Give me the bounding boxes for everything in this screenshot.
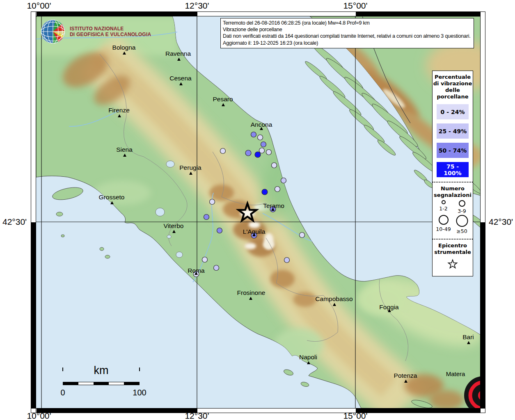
intensity-point [262, 189, 268, 195]
frame-top [31, 11, 485, 16]
city-label: Cesena [169, 75, 192, 82]
event-info-line: Aggiornato il: 19-12-2025 16:23 (ora loc… [223, 40, 472, 46]
legend-size-item: 10-49 [434, 214, 453, 234]
legend-size-item: ≥50 [453, 214, 471, 234]
axis-tick-label: 15°00' [343, 1, 367, 11]
scale-segment [94, 382, 109, 385]
city-label: Pesaro [213, 96, 233, 103]
legend-size-item: 3-9 [453, 199, 471, 214]
ingv-globe-icon [40, 19, 66, 44]
axis-left-label: 42°30' [2, 217, 27, 227]
intensity-point [275, 187, 280, 192]
legend-class-swatch: 0 - 24% [437, 104, 469, 119]
city-label: Napoli [299, 354, 317, 361]
intensity-point [210, 199, 215, 205]
legend-panel: Percentuale di vibrazione delle porcella… [432, 71, 473, 276]
legend-size-label: 3-9 [458, 208, 466, 214]
city-label: Foggia [379, 304, 399, 310]
city-label: Campobasso [315, 295, 352, 302]
city-label: Potenza [394, 372, 417, 379]
axis-tick-label: 10°00' [27, 1, 51, 11]
intensity-point [217, 228, 222, 233]
scale-segment [63, 382, 78, 385]
axis-tick-label: 12°30' [185, 1, 209, 11]
haisentitoilterremoto-logo: ? haisentitoilterremoto.it www. [453, 362, 480, 408]
legend-title: Percentuale di vibrazione delle porcella… [433, 71, 473, 100]
intensity-point [245, 150, 251, 156]
intensity-point [261, 142, 266, 147]
city-label: Perugia [179, 164, 201, 171]
intensity-point [214, 265, 219, 271]
frame-right [480, 11, 485, 413]
city-label: Bari [462, 333, 474, 340]
scale-end: 100 [133, 388, 146, 397]
legend-epicenter-star-icon [446, 257, 460, 270]
city-label: Roma [188, 267, 205, 274]
intensity-point [258, 135, 263, 140]
scale-segment [109, 382, 124, 385]
intensity-point [284, 258, 290, 263]
legend-size-label: 1-2 [439, 205, 447, 212]
city-label: Firenze [108, 107, 130, 114]
scale-bar-unit: km [63, 364, 140, 377]
intensity-point [220, 148, 226, 154]
legend-epicenter-title: Epicentro strumentale [433, 240, 473, 256]
map-canvas: BolognaRavennaCesenaPesaroFirenzeAnconaS… [36, 16, 480, 408]
intensity-point [202, 257, 208, 262]
legend-size-label: 10-49 [436, 226, 451, 232]
intensity-point [255, 152, 261, 158]
scale-bar: km 0 100 [63, 364, 140, 398]
city-label: Viterbo [164, 222, 184, 229]
earthquake-map-page: 10°00'12°30'15°00' 10°00'12°30'15°00' 42… [0, 0, 515, 420]
city-label: Grosseto [99, 194, 125, 201]
legend-size-item: 1-2 [434, 199, 453, 214]
legend-size-label: ≥50 [456, 228, 467, 234]
city-label: Bologna [112, 44, 136, 51]
legend-counts-title: Numero segnalazioni [433, 183, 473, 199]
map-terrain: BolognaRavennaCesenaPesaroFirenzeAnconaS… [36, 16, 480, 408]
event-info-box: Terremoto del 26-08-2016 06:28:25 (ora l… [220, 18, 474, 48]
event-info-line: Dati non verificati estratti da 164 ques… [223, 33, 472, 39]
frame-left [31, 11, 36, 413]
ingv-name: ISTITUTO NAZIONALE DI GEOFISICA E VULCAN… [70, 26, 151, 37]
city-label: Ravenna [165, 50, 191, 57]
city-label: Ancona [251, 121, 272, 128]
frame-bottom [31, 408, 485, 413]
city-label: Frosinone [237, 289, 266, 296]
city-label: Siena [116, 146, 133, 153]
legend-size-key: 1-23-910-49≥50 [433, 199, 473, 234]
axis-right-label: 42°30' [489, 217, 513, 227]
intensity-point [251, 132, 256, 137]
scale-segment [78, 382, 94, 385]
scale-segment [124, 382, 139, 385]
intensity-point [259, 148, 265, 153]
intensity-point [266, 150, 272, 155]
intensity-point [204, 215, 209, 220]
ingv-logo-block: ISTITUTO NAZIONALE DI GEOFISICA E VULCAN… [40, 19, 151, 44]
intensity-point [300, 233, 305, 238]
intensity-point [281, 178, 286, 183]
city-label: L'Aquila [243, 228, 266, 235]
legend-class-swatch: 50 - 74% [437, 143, 469, 158]
scale-bar-bar [63, 382, 140, 385]
legend-classes: 0 - 24%25 - 49%50 - 74%75 - 100% [433, 104, 473, 177]
intensity-point [272, 163, 277, 168]
legend-class-swatch: 25 - 49% [437, 123, 469, 139]
legend-class-swatch: 75 - 100% [437, 162, 469, 177]
event-info-line: Terremoto del 26-08-2016 06:28:25 (ora l… [223, 20, 472, 26]
event-info-line: Vibrazione delle porcellane [223, 26, 472, 33]
scale-start: 0 [60, 388, 65, 397]
city-label: Teramo [263, 202, 284, 209]
